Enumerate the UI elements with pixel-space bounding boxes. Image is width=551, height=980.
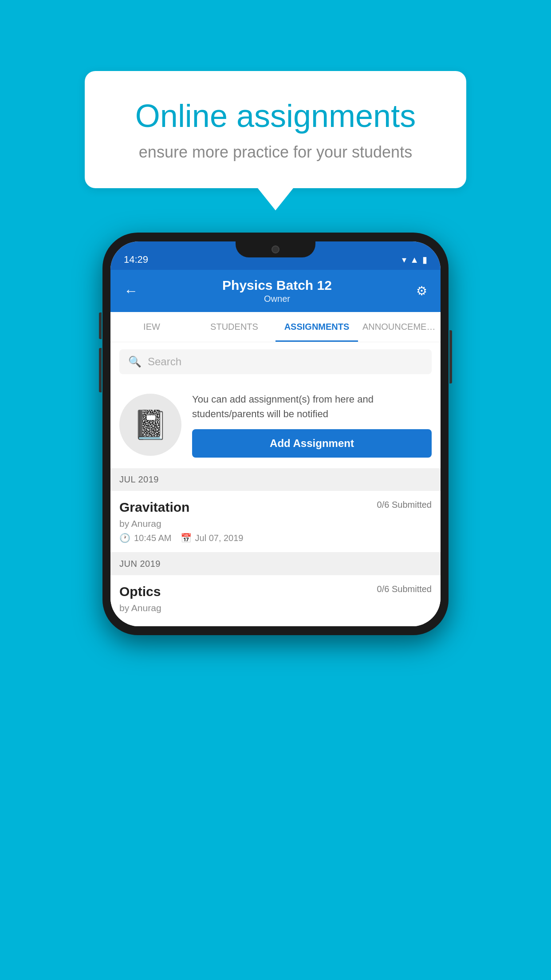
assignment-title-optics: Optics xyxy=(119,584,161,599)
assignment-author-optics: by Anurag xyxy=(119,603,432,613)
tab-announcements[interactable]: ANNOUNCEMENTS xyxy=(358,312,441,342)
meta-date: 📅 Jul 07, 2019 xyxy=(181,533,244,543)
search-bar[interactable]: 🔍 Search xyxy=(119,349,432,374)
side-button-volume xyxy=(99,348,102,392)
assignment-item-gravitation[interactable]: Gravitation 0/6 Submitted by Anurag 🕐 10… xyxy=(110,491,441,553)
header-title-block: Physics Batch 12 Owner xyxy=(138,278,416,304)
header-subtitle: Owner xyxy=(138,294,416,304)
header-title: Physics Batch 12 xyxy=(138,278,416,293)
speech-bubble-tail xyxy=(258,188,293,210)
promo-section: 📓 You can add assignment(s) from here an… xyxy=(110,381,441,468)
assignment-top-row: Gravitation 0/6 Submitted xyxy=(119,500,432,515)
submitted-badge-optics: 0/6 Submitted xyxy=(377,584,432,594)
search-container: 🔍 Search xyxy=(110,342,441,381)
speech-bubble-subtitle: ensure more practice for your students xyxy=(116,143,435,162)
assignment-top-row-optics: Optics 0/6 Submitted xyxy=(119,584,432,599)
promo-card-top: Online assignments ensure more practice … xyxy=(85,71,466,210)
assignment-title: Gravitation xyxy=(119,500,189,515)
status-icons: ▾ ▲ ▮ xyxy=(402,254,427,265)
battery-icon: ▮ xyxy=(422,254,427,265)
promo-icon-circle: 📓 xyxy=(119,394,181,456)
tab-bar: IEW STUDENTS ASSIGNMENTS ANNOUNCEMENTS xyxy=(110,312,441,342)
tab-iew[interactable]: IEW xyxy=(110,312,193,342)
promo-text: You can add assignment(s) from here and … xyxy=(192,392,432,421)
assignment-author: by Anurag xyxy=(119,518,432,529)
section-header-jun: JUN 2019 xyxy=(110,553,441,575)
section-header-jul: JUL 2019 xyxy=(110,468,441,491)
tab-students[interactable]: STUDENTS xyxy=(193,312,276,342)
promo-content: You can add assignment(s) from here and … xyxy=(192,392,432,458)
assignment-meta: 🕐 10:45 AM 📅 Jul 07, 2019 xyxy=(119,533,432,543)
calendar-icon: 📅 xyxy=(181,533,192,543)
wifi-icon: ▾ xyxy=(402,254,406,265)
camera-dot xyxy=(272,245,279,253)
tab-assignments[interactable]: ASSIGNMENTS xyxy=(276,312,358,342)
search-icon: 🔍 xyxy=(128,356,142,368)
speech-bubble-title: Online assignments xyxy=(116,98,435,134)
clock-icon: 🕐 xyxy=(119,533,130,543)
side-button-left xyxy=(99,312,102,339)
back-button[interactable]: ← xyxy=(124,283,138,299)
phone-screen: 14:29 ▾ ▲ ▮ ← Physics Batch 12 Owner ⚙ I… xyxy=(110,241,441,626)
app-header: ← Physics Batch 12 Owner ⚙ xyxy=(110,270,441,312)
assignment-date: Jul 07, 2019 xyxy=(195,533,244,543)
status-time: 14:29 xyxy=(124,254,148,265)
side-button-right xyxy=(449,330,452,383)
settings-button[interactable]: ⚙ xyxy=(416,284,427,298)
submitted-badge: 0/6 Submitted xyxy=(377,500,432,510)
meta-time: 🕐 10:45 AM xyxy=(119,533,172,543)
signal-icon: ▲ xyxy=(410,255,419,265)
assignment-item-optics[interactable]: Optics 0/6 Submitted by Anurag xyxy=(110,575,441,626)
add-assignment-button[interactable]: Add Assignment xyxy=(192,429,432,458)
search-placeholder: Search xyxy=(148,356,181,368)
phone-mockup: 14:29 ▾ ▲ ▮ ← Physics Batch 12 Owner ⚙ I… xyxy=(102,233,449,635)
speech-bubble: Online assignments ensure more practice … xyxy=(85,71,466,188)
notebook-icon: 📓 xyxy=(133,408,168,442)
phone-notch xyxy=(236,241,315,257)
assignment-time: 10:45 AM xyxy=(134,533,172,543)
